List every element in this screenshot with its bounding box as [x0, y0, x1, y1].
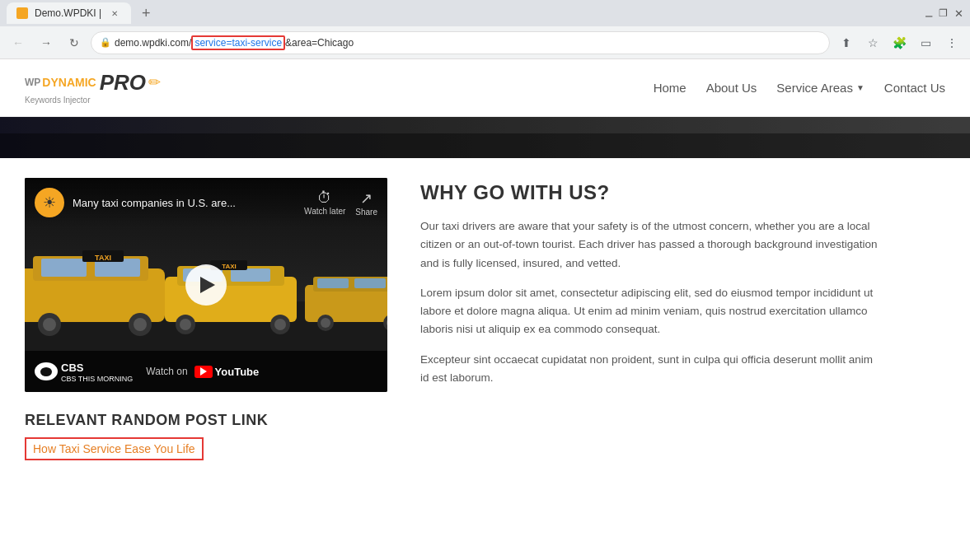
browser-titlebar: Demo.WPDKI | ✕ + ⎽ ❐ ✕ [0, 0, 970, 26]
logo-keywords: Keywords Injector [25, 96, 161, 105]
logo-pen-icon: ✏ [148, 74, 161, 92]
forward-button[interactable]: → [35, 31, 58, 54]
logo-wp: WP [25, 77, 40, 88]
hero-banner [0, 117, 970, 158]
tab-close-button[interactable]: ✕ [108, 7, 121, 20]
video-bottom-bar: CBS CBS THIS MORNING Watch on YouTube [25, 351, 387, 392]
relevant-section: RELEVANT RANDOM POST LINK How Taxi Servi… [25, 412, 387, 460]
nav-home[interactable]: Home [654, 81, 686, 95]
video-top-icons: ⏱ Watch later ↗ Share [304, 189, 377, 217]
video-title: Many taxi companies in U.S. are... [73, 197, 296, 209]
watch-later-label: Watch later [304, 207, 345, 216]
cbs-eye-icon [35, 362, 58, 380]
chevron-down-icon: ▼ [856, 83, 865, 92]
cbs-eye-inner [40, 367, 52, 376]
cbs-morning-label: CBS THIS MORNING [61, 376, 133, 383]
right-column: WHY GO WITH US? Our taxi drivers are awa… [420, 178, 882, 460]
svg-point-29 [321, 318, 330, 328]
restore-button[interactable]: ❐ [939, 7, 948, 19]
toolbar-icons: ⬆ ☆ 🧩 ▭ ⋮ [835, 31, 963, 54]
play-button[interactable] [185, 264, 227, 306]
svg-text:TAXI: TAXI [95, 254, 111, 262]
why-para3: Excepteur sint occaecat cupidatat non pr… [420, 351, 882, 388]
watch-later-icon: ⏱ [317, 189, 332, 207]
nav-contact[interactable]: Contact Us [884, 81, 945, 95]
site-header: WP DYNAMIC PRO ✏ Keywords Injector Home … [0, 59, 970, 117]
svg-rect-1 [0, 133, 970, 158]
share-icon: ↗ [360, 189, 373, 208]
svg-rect-27 [354, 278, 386, 288]
address-bar[interactable]: 🔒 demo.wpdki.com/ service=taxi-service &… [91, 31, 830, 54]
why-para1: Our taxi drivers are aware that your saf… [420, 217, 882, 273]
video-overlay-top: ☀ Many taxi companies in U.S. are... ⏱ W… [25, 178, 387, 227]
tab-title: Demo.WPDKI | [35, 7, 101, 19]
nav-service-areas[interactable]: Service Areas ▼ [776, 81, 864, 95]
logo-pro: PRO [100, 70, 146, 96]
website-content: WP DYNAMIC PRO ✏ Keywords Injector Home … [0, 59, 970, 480]
minimize-button[interactable]: ⎽ [925, 7, 932, 20]
svg-point-21 [274, 319, 286, 330]
extensions-button[interactable]: 🧩 [888, 31, 911, 54]
back-button[interactable]: ← [7, 31, 30, 54]
tab-favicon [16, 7, 28, 19]
svg-rect-6 [41, 259, 87, 277]
watch-later-group[interactable]: ⏱ Watch later [304, 189, 345, 216]
channel-icon: ☀ [35, 188, 64, 217]
share-group[interactable]: ↗ Share [355, 189, 377, 217]
cbs-text-block: CBS CBS THIS MORNING [61, 360, 133, 383]
why-title: WHY GO WITH US? [420, 181, 882, 204]
browser-toolbar: ← → ↻ 🔒 demo.wpdki.com/ service=taxi-ser… [0, 26, 970, 59]
browser-chrome: Demo.WPDKI | ✕ + ⎽ ❐ ✕ ← → ↻ 🔒 demo.wpdk… [0, 0, 970, 59]
site-navigation: Home About Us Service Areas ▼ Contact Us [654, 81, 945, 95]
close-window-button[interactable]: ✕ [954, 7, 963, 20]
nav-about[interactable]: About Us [706, 81, 757, 95]
url-suffix: &area=Chicago [285, 37, 354, 49]
youtube-label: YouTube [215, 366, 260, 378]
nav-service-areas-link[interactable]: Service Areas [776, 81, 853, 95]
left-column: TAXI TAXI [25, 178, 387, 460]
svg-rect-26 [317, 278, 349, 288]
share-label: Share [355, 208, 377, 217]
menu-button[interactable]: ⋮ [940, 31, 963, 54]
cbs-logo: CBS CBS THIS MORNING [35, 360, 133, 383]
logo-dynamic: DYNAMIC [42, 76, 96, 90]
svg-text:TAXI: TAXI [222, 263, 237, 270]
url-prefix: demo.wpdki.com/ [115, 37, 191, 49]
svg-rect-0 [0, 117, 970, 158]
browser-tab[interactable]: Demo.WPDKI | ✕ [7, 2, 131, 24]
bookmark-button[interactable]: ☆ [861, 31, 884, 54]
svg-point-19 [180, 319, 191, 330]
refresh-button[interactable]: ↻ [63, 31, 86, 54]
youtube-logo: YouTube [194, 366, 260, 378]
sidebar-button[interactable]: ▭ [914, 31, 937, 54]
play-triangle-icon [200, 277, 215, 293]
site-logo: WP DYNAMIC PRO ✏ Keywords Injector [25, 70, 161, 105]
svg-point-9 [43, 318, 56, 331]
svg-rect-17 [231, 268, 270, 282]
url-highlight: service=taxi-service [191, 35, 285, 50]
svg-point-11 [134, 318, 147, 331]
youtube-play-icon [200, 367, 207, 376]
why-para2: Lorem ipsum dolor sit amet, consectetur … [420, 284, 882, 339]
cbs-label: CBS [61, 362, 83, 374]
main-content: TAXI TAXI [0, 158, 907, 480]
youtube-icon [194, 366, 213, 378]
share-page-button[interactable]: ⬆ [835, 31, 858, 54]
video-embed[interactable]: TAXI TAXI [25, 178, 387, 392]
relevant-section-title: RELEVANT RANDOM POST LINK [25, 412, 387, 429]
new-tab-button[interactable]: + [134, 2, 157, 25]
watch-on-label: Watch on [146, 366, 187, 377]
lock-icon: 🔒 [100, 37, 111, 48]
relevant-post-link[interactable]: How Taxi Service Ease You Life [25, 437, 204, 460]
